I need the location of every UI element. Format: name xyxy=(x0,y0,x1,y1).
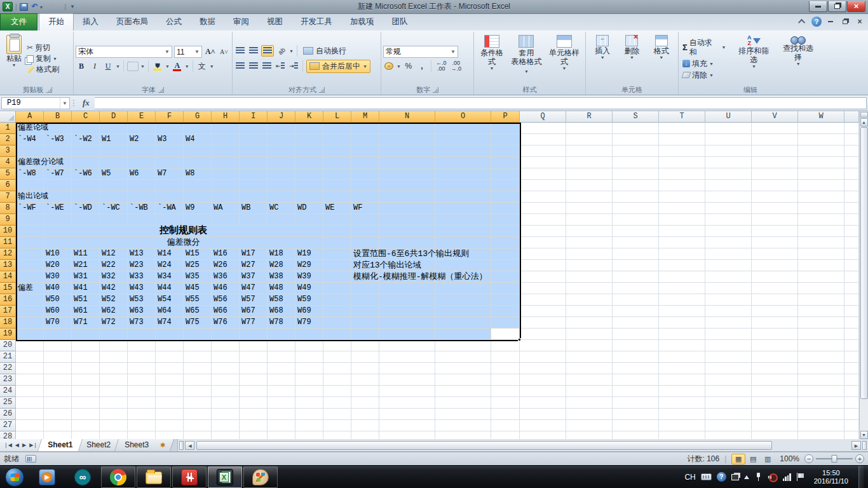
cell-O2[interactable] xyxy=(435,134,491,146)
cell-A10[interactable] xyxy=(16,226,44,237)
cell-J1[interactable] xyxy=(268,123,295,134)
cell-x4[interactable] xyxy=(844,157,859,168)
decrease-indent-button[interactable]: ⇤ xyxy=(275,60,286,72)
cell-K17[interactable]: W69 xyxy=(295,306,323,317)
cell-P28[interactable] xyxy=(491,431,520,439)
cell-H25[interactable] xyxy=(212,397,240,409)
document-close-button[interactable]: × xyxy=(854,17,865,26)
cell-W27[interactable] xyxy=(798,420,844,431)
ribbon-tab-5[interactable]: 数据 xyxy=(191,14,224,30)
cell-I15[interactable]: W47 xyxy=(240,283,268,294)
cell-I23[interactable] xyxy=(240,374,268,386)
cell-C4[interactable] xyxy=(72,157,100,168)
cell-V28[interactable] xyxy=(752,431,798,439)
cell-N11[interactable] xyxy=(379,237,435,248)
cell-H15[interactable]: W46 xyxy=(212,283,240,294)
cell-L21[interactable] xyxy=(323,351,351,363)
cell-S19[interactable] xyxy=(613,329,659,340)
cell-T26[interactable] xyxy=(659,409,705,420)
column-header-I[interactable]: I xyxy=(240,111,268,123)
cell-H28[interactable] xyxy=(212,431,240,439)
cell-I7[interactable] xyxy=(240,191,268,203)
ribbon-tab-8[interactable]: 开发工具 xyxy=(292,14,341,30)
cell-V27[interactable] xyxy=(752,420,798,431)
cell-G5[interactable]: W8 xyxy=(184,168,212,180)
cell-I24[interactable] xyxy=(240,386,268,397)
cell-A15[interactable]: 偏差 xyxy=(16,283,44,294)
increase-decimal-button[interactable]: ←.0.00 xyxy=(435,60,448,72)
cell-Q24[interactable] xyxy=(520,386,566,397)
cell-M4[interactable] xyxy=(351,157,379,168)
cell-E14[interactable]: W33 xyxy=(128,271,156,283)
cell-T1[interactable] xyxy=(659,123,705,134)
cell-E8[interactable]: `-WB xyxy=(128,203,156,214)
cell-R15[interactable] xyxy=(566,283,613,294)
cell-S1[interactable] xyxy=(613,123,659,134)
cell-G7[interactable] xyxy=(184,191,212,203)
cell-V14[interactable] xyxy=(752,271,798,283)
cell-K5[interactable] xyxy=(295,168,323,180)
cell-D19[interactable] xyxy=(100,329,128,340)
cell-F21[interactable] xyxy=(156,351,184,363)
cell-W2[interactable] xyxy=(798,134,844,146)
cell-V19[interactable] xyxy=(752,329,798,340)
cell-V26[interactable] xyxy=(752,409,798,420)
cell-G24[interactable] xyxy=(184,386,212,397)
cell-P27[interactable] xyxy=(491,420,520,431)
cell-M10[interactable] xyxy=(351,226,379,237)
cell-Q26[interactable] xyxy=(520,409,566,420)
cell-M15[interactable] xyxy=(351,283,379,294)
cell-T25[interactable] xyxy=(659,397,705,409)
cell-F8[interactable]: `-WA xyxy=(156,203,184,214)
row-header-11[interactable]: 11 xyxy=(0,237,16,248)
row-header-7[interactable]: 7 xyxy=(0,191,16,203)
cell-U17[interactable] xyxy=(705,306,752,317)
cell-I3[interactable] xyxy=(240,146,268,157)
cell-A20[interactable] xyxy=(16,340,44,351)
cell-J24[interactable] xyxy=(268,386,295,397)
cell-G18[interactable]: W75 xyxy=(184,317,212,329)
cell-x1[interactable] xyxy=(844,123,859,134)
cell-U1[interactable] xyxy=(705,123,752,134)
taskbar-chrome-button[interactable] xyxy=(101,466,135,488)
cell-Q18[interactable] xyxy=(520,317,566,329)
cell-E1[interactable] xyxy=(128,123,156,134)
cell-S21[interactable] xyxy=(613,351,659,363)
cell-V20[interactable] xyxy=(752,340,798,351)
cell-R6[interactable] xyxy=(566,180,613,191)
cell-I21[interactable] xyxy=(240,351,268,363)
cell-N3[interactable] xyxy=(379,146,435,157)
cell-T16[interactable] xyxy=(659,294,705,306)
cell-U19[interactable] xyxy=(705,329,752,340)
taskbar-red-app-button[interactable] xyxy=(172,466,207,488)
cell-C26[interactable] xyxy=(72,409,100,420)
cell-K3[interactable] xyxy=(295,146,323,157)
cell-R10[interactable] xyxy=(566,226,613,237)
cell-B19[interactable] xyxy=(44,329,72,340)
cell-G4[interactable] xyxy=(184,157,212,168)
cell-S8[interactable] xyxy=(613,203,659,214)
cell-F12[interactable]: W14 xyxy=(156,248,184,260)
cell-J3[interactable] xyxy=(268,146,295,157)
cell-L18[interactable] xyxy=(323,317,351,329)
cell-A8[interactable]: `-WF xyxy=(16,203,44,214)
insert-worksheet-tab[interactable]: ✱ xyxy=(153,439,174,451)
cell-C23[interactable] xyxy=(72,374,100,386)
cell-D25[interactable] xyxy=(100,397,128,409)
row-header-19[interactable]: 19 xyxy=(0,329,16,340)
cell-Q14[interactable] xyxy=(520,271,566,283)
cell-V15[interactable] xyxy=(752,283,798,294)
cell-I12[interactable]: W17 xyxy=(240,248,268,260)
cell-B3[interactable] xyxy=(44,146,72,157)
cell-E22[interactable] xyxy=(128,363,156,374)
restore-button[interactable] xyxy=(828,1,846,12)
cell-L9[interactable] xyxy=(323,214,351,226)
cell-N9[interactable] xyxy=(379,214,435,226)
cell-S9[interactable] xyxy=(613,214,659,226)
cell-Q16[interactable] xyxy=(520,294,566,306)
cell-Q5[interactable] xyxy=(520,168,566,180)
row-header-20[interactable]: 20 xyxy=(0,340,16,351)
cell-O21[interactable] xyxy=(435,351,491,363)
cell-W24[interactable] xyxy=(798,386,844,397)
cell-D5[interactable]: W5 xyxy=(100,168,128,180)
